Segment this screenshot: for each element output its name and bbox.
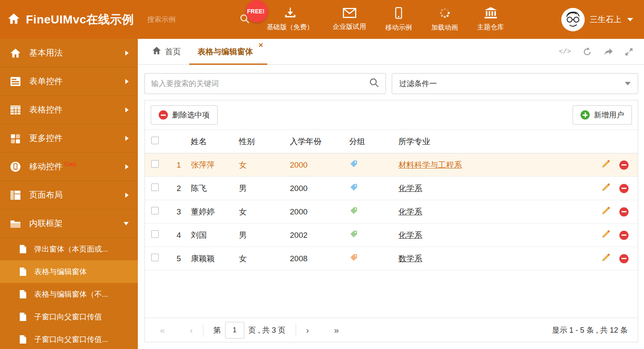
mobile-icon [395, 7, 402, 20]
edit-icon[interactable] [601, 159, 611, 171]
mobile-icon [10, 161, 23, 172]
open-in-new-icon[interactable] [603, 48, 613, 56]
edit-icon[interactable] [601, 183, 611, 194]
delete-icon[interactable] [619, 184, 629, 193]
nav-basic-free[interactable]: FREE! 基础版（免费） [257, 0, 323, 39]
file-icon [19, 290, 28, 299]
row-checkbox[interactable] [151, 207, 159, 214]
tab-home[interactable]: 首页 [144, 39, 189, 64]
user-menu[interactable]: 三生石上 [561, 8, 633, 31]
nav-loading-animation[interactable]: 加载动画 [422, 0, 468, 39]
column-header-year[interactable]: 入学年份 [290, 137, 322, 146]
chevron-right-icon [125, 193, 129, 198]
tag-icon [349, 159, 358, 171]
table-row[interactable]: 5 康颖颖 女 2008 数学系 [145, 247, 638, 270]
refresh-icon[interactable] [583, 47, 592, 56]
sidebar-subitem-grid-edit-window[interactable]: 表格与编辑窗体 [0, 260, 138, 283]
table-header-row: 姓名 性别 入学年份 分组 所学专业 [145, 130, 638, 153]
column-header-name[interactable]: 姓名 [191, 137, 207, 146]
source-code-icon[interactable]: </> [559, 48, 571, 56]
row-checkbox[interactable] [151, 254, 159, 261]
sidebar-item-label: 页面布局 [29, 189, 125, 201]
delete-icon[interactable] [619, 160, 629, 170]
delete-selected-button[interactable]: 删除选中项 [151, 105, 218, 125]
sidebar-subitem-label: 子窗口向父窗口传值 [34, 312, 102, 322]
chevron-right-icon [125, 51, 129, 56]
table-row[interactable]: 4 刘国 男 2002 化学系 [145, 224, 638, 247]
table-row[interactable]: 2 陈飞 男 2000 化学系 [145, 177, 638, 200]
sidebar: 基本用法 表单控件 表格控件 更多控件 移动控件Corp. [0, 39, 138, 349]
minus-circle-icon [159, 110, 168, 120]
column-header-group[interactable]: 分组 [349, 137, 365, 146]
edit-icon[interactable] [601, 229, 611, 241]
cell-name: 陈飞 [191, 184, 207, 193]
app-root: FineUIMvc在线示例 FREE! 基础版（免费） 企业版试用 [0, 0, 644, 349]
column-header-gender[interactable]: 性别 [239, 137, 255, 146]
sidebar-subitem-popup-window[interactable]: 弹出窗体（本页面或... [0, 238, 138, 260]
sidebar-item-form-controls[interactable]: 表单控件 [0, 67, 138, 96]
last-page-button[interactable]: » [334, 326, 339, 334]
file-icon [19, 335, 28, 344]
major-link[interactable]: 数学系 [398, 254, 422, 263]
corp-badge: Corp. [64, 161, 78, 167]
nav-theme-store[interactable]: 主题仓库 [468, 0, 514, 39]
column-header-major[interactable]: 所学专业 [398, 137, 430, 146]
edit-icon[interactable] [601, 253, 611, 264]
filter-dropdown[interactable]: 过滤条件一 [392, 73, 638, 94]
row-number: 3 [177, 207, 181, 216]
sidebar-item-inline-frame[interactable]: 内联框架 [0, 209, 138, 238]
tag-icon [349, 183, 358, 194]
sidebar-item-mobile-controls[interactable]: 移动控件Corp. [0, 153, 138, 181]
major-link[interactable]: 材料科学与工程系 [398, 160, 462, 169]
sidebar-item-more-controls[interactable]: 更多控件 [0, 124, 138, 153]
row-checkbox[interactable] [151, 230, 159, 238]
major-link[interactable]: 化学系 [398, 207, 422, 216]
table-row[interactable]: 1 张萍萍 女 2000 材料科学与工程系 [145, 153, 638, 177]
sidebar-item-grid-controls[interactable]: 表格控件 [0, 96, 138, 124]
tab-grid-edit-window[interactable]: 表格与编辑窗体 × [189, 39, 267, 64]
delete-icon[interactable] [619, 231, 629, 240]
download-icon [284, 7, 297, 20]
data-table: 姓名 性别 入学年份 分组 所学专业 1 张萍萍 [145, 130, 638, 270]
brand[interactable]: FineUIMvc在线示例 [0, 12, 134, 28]
chevron-right-icon [125, 107, 129, 112]
major-link[interactable]: 化学系 [398, 231, 422, 239]
prev-page-button[interactable]: ‹ [190, 326, 193, 334]
row-checkbox[interactable] [151, 183, 159, 191]
first-page-button[interactable]: « [160, 326, 165, 334]
chevron-right-icon [125, 136, 129, 141]
filter-row: 过滤条件一 [138, 65, 644, 100]
header-search-input[interactable] [147, 15, 240, 24]
table-row[interactable]: 3 董婷婷 女 2000 化学系 [145, 200, 638, 224]
nav-enterprise-trial[interactable]: 企业版试用 [323, 0, 376, 39]
sidebar-item-basic-usage[interactable]: 基本用法 [0, 39, 138, 67]
sidebar-item-page-layout[interactable]: 页面布局 [0, 181, 138, 209]
tab-label: 首页 [165, 46, 181, 57]
cell-year: 2000 [290, 160, 307, 169]
next-page-button[interactable]: › [306, 326, 309, 334]
cell-gender: 男 [239, 184, 247, 193]
delete-icon[interactable] [619, 254, 629, 263]
row-checkbox[interactable] [151, 160, 159, 168]
tag-icon [349, 253, 358, 264]
delete-icon[interactable] [619, 207, 629, 217]
close-icon[interactable]: × [259, 41, 263, 49]
select-all-checkbox[interactable] [151, 137, 159, 144]
add-user-button[interactable]: 新增用户 [573, 105, 632, 125]
cell-year: 2008 [290, 254, 307, 263]
major-link[interactable]: 化学系 [398, 184, 422, 193]
sidebar-subitem-child-to-parent[interactable]: 子窗口向父窗口传值 [0, 306, 138, 328]
search-icon[interactable] [369, 78, 379, 89]
keyword-search-input[interactable] [151, 79, 369, 88]
sidebar-subitem-grid-edit-window-2[interactable]: 表格与编辑窗体（不... [0, 283, 138, 306]
header-search [147, 14, 233, 25]
sidebar-item-label: 表格控件 [29, 104, 125, 115]
maximize-icon[interactable] [625, 48, 633, 56]
plus-circle-icon [581, 110, 590, 120]
edit-icon[interactable] [601, 206, 611, 217]
page-number-input[interactable] [225, 322, 244, 339]
sidebar-subitem-child-to-parent-2[interactable]: 子窗口向父窗口传值... [0, 328, 138, 349]
cell-gender: 男 [239, 231, 247, 239]
cell-name: 董婷婷 [191, 207, 215, 216]
nav-mobile-demo[interactable]: 移动示例 [376, 0, 422, 39]
